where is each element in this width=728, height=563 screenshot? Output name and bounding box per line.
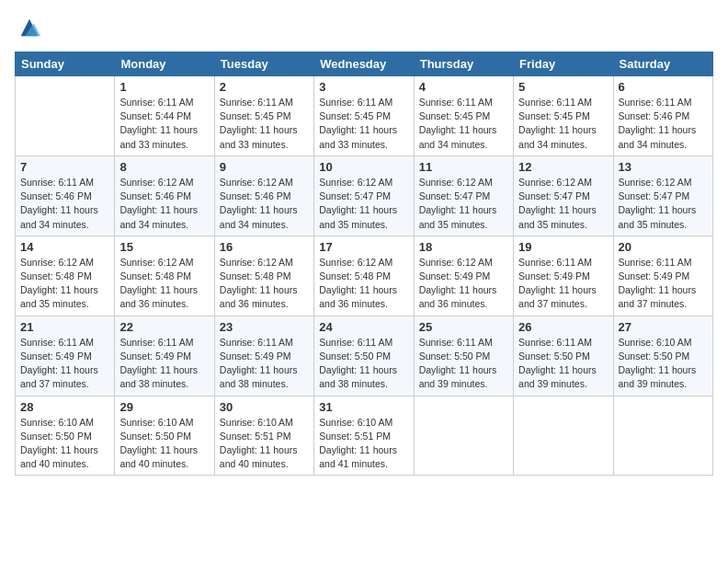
calendar-cell: 14Sunrise: 6:12 AM Sunset: 5:48 PM Dayli… xyxy=(16,236,115,316)
day-info: Sunrise: 6:10 AM Sunset: 5:50 PM Dayligh… xyxy=(20,416,109,472)
day-number: 28 xyxy=(20,400,109,414)
week-row-4: 21Sunrise: 6:11 AM Sunset: 5:49 PM Dayli… xyxy=(16,316,713,396)
calendar-cell: 27Sunrise: 6:10 AM Sunset: 5:50 PM Dayli… xyxy=(613,316,712,396)
calendar-cell: 13Sunrise: 6:12 AM Sunset: 5:47 PM Dayli… xyxy=(613,155,712,236)
day-number: 18 xyxy=(419,240,508,254)
calendar-cell: 31Sunrise: 6:10 AM Sunset: 5:51 PM Dayli… xyxy=(314,396,414,476)
calendar-cell: 18Sunrise: 6:12 AM Sunset: 5:49 PM Dayli… xyxy=(414,236,513,316)
calendar-cell: 4Sunrise: 6:11 AM Sunset: 5:45 PM Daylig… xyxy=(414,76,513,156)
day-number: 27 xyxy=(619,320,708,334)
day-number: 7 xyxy=(20,160,109,174)
day-number: 9 xyxy=(220,160,309,174)
calendar-table: SundayMondayTuesdayWednesdayThursdayFrid… xyxy=(15,52,713,476)
day-info: Sunrise: 6:11 AM Sunset: 5:49 PM Dayligh… xyxy=(119,336,209,392)
day-info: Sunrise: 6:11 AM Sunset: 5:49 PM Dayligh… xyxy=(20,336,109,392)
day-number: 6 xyxy=(619,80,708,94)
header-friday: Friday xyxy=(514,52,613,76)
header-thursday: Thursday xyxy=(414,52,513,76)
header-monday: Monday xyxy=(115,52,214,76)
day-info: Sunrise: 6:12 AM Sunset: 5:47 PM Dayligh… xyxy=(619,176,708,232)
day-number: 29 xyxy=(119,400,209,414)
day-info: Sunrise: 6:11 AM Sunset: 5:46 PM Dayligh… xyxy=(619,96,708,152)
logo-icon xyxy=(17,15,42,40)
day-info: Sunrise: 6:12 AM Sunset: 5:46 PM Dayligh… xyxy=(220,176,309,232)
day-info: Sunrise: 6:11 AM Sunset: 5:50 PM Dayligh… xyxy=(419,336,508,392)
day-number: 20 xyxy=(619,240,708,254)
logo xyxy=(15,15,42,40)
calendar-cell: 26Sunrise: 6:11 AM Sunset: 5:50 PM Dayli… xyxy=(514,316,613,396)
day-number: 15 xyxy=(119,240,209,254)
calendar-cell: 28Sunrise: 6:10 AM Sunset: 5:50 PM Dayli… xyxy=(16,396,115,476)
day-info: Sunrise: 6:11 AM Sunset: 5:45 PM Dayligh… xyxy=(220,96,309,152)
day-info: Sunrise: 6:12 AM Sunset: 5:48 PM Dayligh… xyxy=(220,256,309,312)
calendar-cell: 16Sunrise: 6:12 AM Sunset: 5:48 PM Dayli… xyxy=(214,236,313,316)
week-row-5: 28Sunrise: 6:10 AM Sunset: 5:50 PM Dayli… xyxy=(16,396,713,476)
calendar-cell: 12Sunrise: 6:12 AM Sunset: 5:47 PM Dayli… xyxy=(514,155,613,236)
calendar-cell: 9Sunrise: 6:12 AM Sunset: 5:46 PM Daylig… xyxy=(214,155,313,236)
header-row: SundayMondayTuesdayWednesdayThursdayFrid… xyxy=(16,52,713,76)
day-number: 21 xyxy=(20,320,109,334)
day-info: Sunrise: 6:12 AM Sunset: 5:47 PM Dayligh… xyxy=(419,176,508,232)
page-header xyxy=(15,15,713,40)
calendar-cell: 8Sunrise: 6:12 AM Sunset: 5:46 PM Daylig… xyxy=(115,155,214,236)
day-info: Sunrise: 6:10 AM Sunset: 5:50 PM Dayligh… xyxy=(119,416,209,472)
day-number: 13 xyxy=(619,160,708,174)
day-number: 3 xyxy=(319,80,408,94)
week-row-2: 7Sunrise: 6:11 AM Sunset: 5:46 PM Daylig… xyxy=(16,155,713,236)
calendar-cell: 6Sunrise: 6:11 AM Sunset: 5:46 PM Daylig… xyxy=(613,76,712,156)
day-number: 8 xyxy=(119,160,209,174)
day-number: 12 xyxy=(518,160,608,174)
day-info: Sunrise: 6:11 AM Sunset: 5:45 PM Dayligh… xyxy=(419,96,508,152)
day-number: 22 xyxy=(119,320,209,334)
calendar-cell: 10Sunrise: 6:12 AM Sunset: 5:47 PM Dayli… xyxy=(314,155,414,236)
calendar-cell: 11Sunrise: 6:12 AM Sunset: 5:47 PM Dayli… xyxy=(414,155,513,236)
day-number: 30 xyxy=(220,400,309,414)
day-number: 14 xyxy=(20,240,109,254)
day-info: Sunrise: 6:11 AM Sunset: 5:50 PM Dayligh… xyxy=(319,336,408,392)
day-number: 16 xyxy=(220,240,309,254)
day-number: 24 xyxy=(319,320,408,334)
week-row-1: 1Sunrise: 6:11 AM Sunset: 5:44 PM Daylig… xyxy=(16,76,713,156)
calendar-cell: 30Sunrise: 6:10 AM Sunset: 5:51 PM Dayli… xyxy=(214,396,313,476)
calendar-cell: 29Sunrise: 6:10 AM Sunset: 5:50 PM Dayli… xyxy=(115,396,214,476)
day-info: Sunrise: 6:11 AM Sunset: 5:44 PM Dayligh… xyxy=(119,96,209,152)
day-number: 1 xyxy=(119,80,209,94)
day-info: Sunrise: 6:11 AM Sunset: 5:50 PM Dayligh… xyxy=(518,336,608,392)
day-number: 17 xyxy=(319,240,408,254)
day-info: Sunrise: 6:11 AM Sunset: 5:49 PM Dayligh… xyxy=(220,336,309,392)
calendar-cell: 1Sunrise: 6:11 AM Sunset: 5:44 PM Daylig… xyxy=(115,76,214,156)
day-number: 31 xyxy=(319,400,408,414)
calendar-cell: 5Sunrise: 6:11 AM Sunset: 5:45 PM Daylig… xyxy=(514,76,613,156)
day-number: 19 xyxy=(518,240,608,254)
day-info: Sunrise: 6:11 AM Sunset: 5:49 PM Dayligh… xyxy=(518,256,608,312)
calendar-cell xyxy=(414,396,513,476)
day-info: Sunrise: 6:10 AM Sunset: 5:50 PM Dayligh… xyxy=(619,336,708,392)
calendar-cell: 19Sunrise: 6:11 AM Sunset: 5:49 PM Dayli… xyxy=(514,236,613,316)
day-number: 26 xyxy=(518,320,608,334)
day-info: Sunrise: 6:12 AM Sunset: 5:47 PM Dayligh… xyxy=(319,176,408,232)
header-sunday: Sunday xyxy=(16,52,115,76)
calendar-cell: 20Sunrise: 6:11 AM Sunset: 5:49 PM Dayli… xyxy=(613,236,712,316)
calendar-cell: 17Sunrise: 6:12 AM Sunset: 5:48 PM Dayli… xyxy=(314,236,414,316)
calendar-cell: 24Sunrise: 6:11 AM Sunset: 5:50 PM Dayli… xyxy=(314,316,414,396)
calendar-cell: 7Sunrise: 6:11 AM Sunset: 5:46 PM Daylig… xyxy=(16,155,115,236)
calendar-cell: 25Sunrise: 6:11 AM Sunset: 5:50 PM Dayli… xyxy=(414,316,513,396)
day-info: Sunrise: 6:12 AM Sunset: 5:47 PM Dayligh… xyxy=(518,176,608,232)
day-number: 23 xyxy=(220,320,309,334)
calendar-cell: 3Sunrise: 6:11 AM Sunset: 5:45 PM Daylig… xyxy=(314,76,414,156)
day-number: 5 xyxy=(518,80,608,94)
day-info: Sunrise: 6:11 AM Sunset: 5:46 PM Dayligh… xyxy=(20,176,109,232)
day-info: Sunrise: 6:12 AM Sunset: 5:48 PM Dayligh… xyxy=(20,256,109,312)
calendar-cell: 23Sunrise: 6:11 AM Sunset: 5:49 PM Dayli… xyxy=(214,316,313,396)
day-info: Sunrise: 6:11 AM Sunset: 5:49 PM Dayligh… xyxy=(619,256,708,312)
calendar-cell: 21Sunrise: 6:11 AM Sunset: 5:49 PM Dayli… xyxy=(16,316,115,396)
calendar-cell: 15Sunrise: 6:12 AM Sunset: 5:48 PM Dayli… xyxy=(115,236,214,316)
header-tuesday: Tuesday xyxy=(214,52,313,76)
day-info: Sunrise: 6:12 AM Sunset: 5:49 PM Dayligh… xyxy=(419,256,508,312)
calendar-cell xyxy=(514,396,613,476)
header-saturday: Saturday xyxy=(613,52,712,76)
day-info: Sunrise: 6:10 AM Sunset: 5:51 PM Dayligh… xyxy=(220,416,309,472)
day-number: 10 xyxy=(319,160,408,174)
day-info: Sunrise: 6:12 AM Sunset: 5:48 PM Dayligh… xyxy=(119,256,209,312)
calendar-cell: 2Sunrise: 6:11 AM Sunset: 5:45 PM Daylig… xyxy=(214,76,313,156)
